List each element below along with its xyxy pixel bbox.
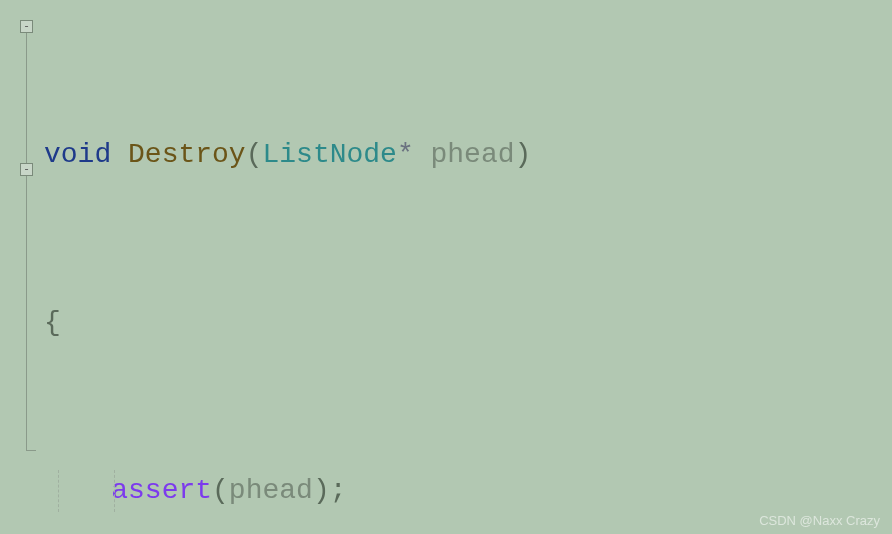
identifier: phead <box>229 475 313 506</box>
code-line: assert(phead); <box>44 470 892 512</box>
code-line: { <box>44 302 892 344</box>
keyword-void: void <box>44 139 111 170</box>
fold-guide-line <box>26 33 27 163</box>
watermark: CSDN @Naxx Crazy <box>759 513 880 528</box>
paren: ( <box>212 475 229 506</box>
function-assert: assert <box>111 475 212 506</box>
code-line: void Destroy(ListNode* phead) <box>44 134 892 176</box>
paren: ( <box>246 139 263 170</box>
fold-toggle-icon[interactable]: - <box>20 20 33 33</box>
star-op: * <box>397 139 414 170</box>
paren-semi: ); <box>313 475 347 506</box>
brace: { <box>44 307 61 338</box>
type-name: ListNode <box>262 139 396 170</box>
fold-end-icon <box>26 450 36 451</box>
fold-guide-line <box>26 176 27 450</box>
fold-toggle-icon[interactable]: - <box>20 163 33 176</box>
code-area[interactable]: void Destroy(ListNode* phead) { assert(p… <box>44 8 892 534</box>
paren: ) <box>515 139 532 170</box>
fold-gutter: - - <box>10 8 38 534</box>
parameter: phead <box>431 139 515 170</box>
function-name: Destroy <box>128 139 246 170</box>
code-editor: - - void Destroy(ListNode* phead) { asse… <box>10 8 892 534</box>
